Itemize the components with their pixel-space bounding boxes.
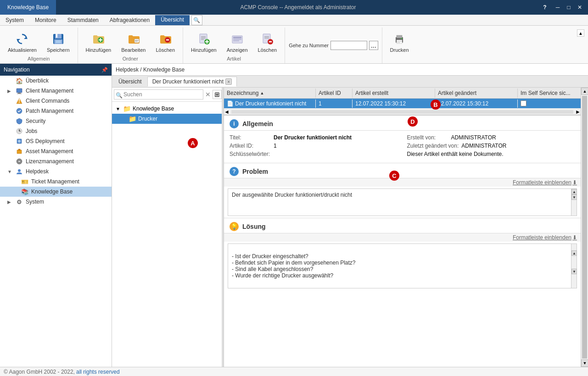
detail-scroll: D C i Allgemein Titel: Der Drucker funkt… [224,116,581,367]
goto-label: Gehe zu Nummer [289,43,329,48]
ribbon-group-drucken: Drucken [382,28,417,63]
search-input[interactable] [114,89,203,100]
pin-icon[interactable]: 📌 [101,67,108,73]
bearbeiten-icon [126,32,141,46]
drucken-icon [392,32,407,46]
knowledge-base-nav-label: Knowledge Base [31,188,73,195]
loesung-title: Lösung [242,223,266,230]
loesung-scroll-up-btn[interactable]: ▲ [571,250,577,256]
window-controls: ─ □ ✕ [553,3,588,12]
speichern-button[interactable]: Speichern [43,29,74,55]
sidebar-item-lizenzmanagement[interactable]: Lizenzmanagement [0,156,112,166]
problem-title: Problem [242,168,268,175]
maximize-button[interactable]: □ [564,3,573,12]
sidebar-item-asset-management[interactable]: Asset Management [0,146,112,156]
client-commands-icon: ! [16,97,23,105]
col-artikel-id[interactable]: Artikel ID [316,88,353,98]
sidebar-item-client-commands[interactable]: ! Client Commands [0,96,112,106]
col-artikel-geaendert[interactable]: Artikel geändert [435,88,518,98]
field-row-zuletzt: Zuletzt geändert von: ADMINISTRATOR [407,143,576,149]
hinzufuegen-artikel-button[interactable]: Hinzufügen [187,29,221,55]
sidebar-item-security[interactable]: Security [0,116,112,126]
menu-abfrageaktionen[interactable]: Abfrageaktionen [104,16,155,25]
tree-expand-root[interactable]: ▼ [116,106,121,111]
sidebar-item-ticket-management[interactable]: 🎫 Ticket Management [0,177,112,187]
sidebar-item-helpdesk[interactable]: ▼ Helpdesk [0,166,112,177]
scroll-top-button[interactable]: ▲ [581,88,588,95]
tab-drucker[interactable]: Der Drucker funktioniert nicht × [147,77,237,87]
sidebar-item-knowledge-base[interactable]: 📚 Knowledge Base [0,187,112,197]
hinzufuegen-ordner-button[interactable]: Hinzufügen [82,29,116,55]
problem-text-display: Der ausgewählte Drucker funktioniert/dru… [228,188,577,216]
menu-system[interactable]: System [0,16,29,25]
jobs-icon [16,127,23,135]
search-grid-icon[interactable]: ⊞ [213,90,222,99]
col-artikel-erstellt[interactable]: Artikel erstellt [353,88,435,98]
allgemein-fields: Titel: Der Drucker funktioniert nicht Ar… [224,131,581,161]
os-deployment-label: OS Deployment [26,138,65,144]
tab-close-drucker[interactable]: × [225,78,232,85]
anzeigen-button[interactable]: Anzeigen [223,29,252,55]
scroll-bottom-button[interactable]: ▼ [581,359,588,367]
sidebar-item-jobs[interactable]: Jobs [0,126,112,136]
scroll-right-btn[interactable]: ► [575,109,581,115]
loeschen-ordner-label: Löschen [156,47,175,53]
allgemein-info-icon: i [230,119,239,128]
self-service-checkbox[interactable] [521,100,526,106]
erstellt-von-value: ADMINISTRATOR [451,134,496,141]
menu-stammdaten[interactable]: Stammdaten [62,16,104,25]
sidebar-item-client-management[interactable]: ▶ Client Management [0,86,112,96]
patch-management-icon [16,107,23,115]
tab-uebersicht[interactable]: Übersicht [114,77,146,86]
svg-rect-49 [18,149,20,150]
scrollbar-thumb[interactable] [582,96,587,359]
content-panels: A 🔍 ✕ ⊞ ▼ 📁 Knowledge Base 📁 [112,88,588,367]
menu-monitore[interactable]: Monitore [29,16,62,25]
sidebar-item-ueberblick[interactable]: 🏠 Überblick [0,76,112,86]
erstellt-von-label: Erstellt von: [407,134,448,141]
help-button[interactable]: ? [540,3,549,12]
table-row[interactable]: 📄 Der Drucker funktioniert nicht 1 12.07… [224,99,581,109]
loesung-scroll-down-btn[interactable]: ▼ [571,269,577,274]
tree-root-item[interactable]: ▼ 📁 Knowledge Base [112,104,224,114]
loesung-bulb-icon: 💡 [230,222,239,231]
svg-rect-35 [397,42,400,43]
aktualisieren-button[interactable]: Aktualisieren [4,29,41,55]
goto-dots-button[interactable]: ... [369,41,378,50]
scroll-left-btn[interactable]: ◄ [224,109,230,115]
search-clear-icon[interactable]: ✕ [205,91,211,98]
title-bar-title: ACMP Console -- Angemeldet als Administr… [56,4,540,11]
col-bezeichnung[interactable]: Bezeichnung [224,88,316,98]
loesung-format-bar-link[interactable]: Formatleiste einblenden ⬇ [513,234,577,241]
col-self-service[interactable]: Im Self Service sic... [518,88,581,98]
sidebar-item-patch-management[interactable]: Patch Management [0,106,112,116]
svg-point-47 [18,140,21,143]
expand-arrow-system: ▶ [7,199,13,205]
sidebar-header: Navigation 📌 [0,64,112,76]
title-bar-tab[interactable]: Knowledge Base [0,0,56,15]
loeschen-artikel-button[interactable]: Löschen [254,29,281,55]
security-label: Security [26,118,45,124]
status-link[interactable]: all rights reserved [76,369,120,375]
goto-input[interactable] [330,41,367,50]
security-icon [16,117,23,125]
article-doc-icon: 📄 [227,100,234,107]
problem-scroll-up-btn[interactable]: ▲ [571,189,577,194]
tree-panel-resizer[interactable] [222,88,224,367]
loeschen-ordner-button[interactable]: Löschen [151,29,179,55]
ticket-management-icon: 🎫 [21,178,28,185]
bearbeiten-button[interactable]: Bearbeiten [117,29,150,55]
problem-scroll-down-btn[interactable]: ▼ [571,194,577,200]
badge-c: C [389,171,399,181]
menu-search-icon[interactable]: 🔍 [191,15,202,25]
tree-drucker-item[interactable]: 📁 Drucker [112,114,224,124]
minimize-button[interactable]: ─ [553,3,562,12]
problem-format-bar-link[interactable]: Formatleiste einblenden ⬇ [513,179,577,186]
close-button[interactable]: ✕ [575,3,584,12]
drucken-button[interactable]: Drucken [386,29,413,55]
ribbon-collapse-button[interactable]: ▲ [577,29,584,37]
tree-folder-icon-drucker: 📁 [129,115,136,122]
sidebar-item-system[interactable]: ▶ ⚙ System [0,197,112,207]
menu-uebersicht[interactable]: Übersicht [155,15,190,25]
sidebar-item-os-deployment[interactable]: OS Deployment [0,136,112,146]
